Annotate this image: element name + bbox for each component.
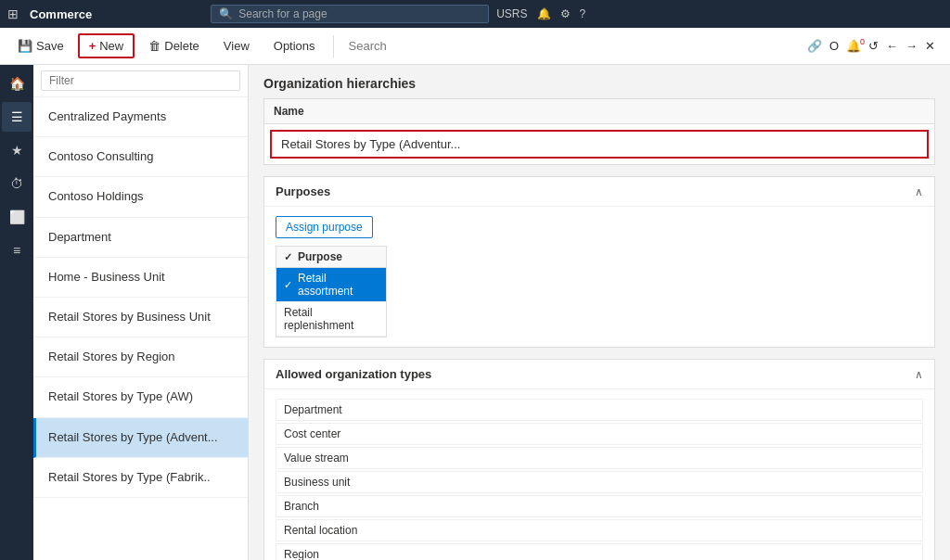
sidebar-item[interactable]: Home - Business Unit: [33, 258, 248, 298]
org-type-item[interactable]: Cost center: [276, 423, 923, 445]
title-bar: ⊞ Commerce 🔍 Search for a page USRS 🔔 ⚙ …: [0, 0, 950, 28]
purposes-panel: Purposes ∧ Assign purpose ✓ Purpose ✓ Re…: [263, 176, 935, 348]
search-placeholder: Search for a page: [238, 7, 327, 20]
toolbar: 💾 Save + New 🗑 Delete View Options 🔗 O 🔔…: [0, 28, 950, 65]
org-hierarchies-title: Organization hierarchies: [263, 76, 935, 91]
purposes-chevron[interactable]: ∧: [915, 185, 923, 198]
sidebar-item[interactable]: Centralized Payments: [33, 97, 248, 137]
purposes-header: Purposes ∧: [264, 177, 934, 207]
sidebar-filter-area: [33, 65, 248, 97]
title-search-box[interactable]: 🔍 Search for a page: [211, 5, 489, 23]
name-column-header: Name: [264, 99, 934, 124]
delete-button[interactable]: 🗑 Delete: [138, 34, 210, 57]
toolbar-separator: [333, 35, 334, 57]
assign-purpose-button[interactable]: Assign purpose: [276, 216, 373, 238]
save-button[interactable]: 💾 Save: [7, 34, 74, 57]
selected-record-text: Retail Stores by Type (Adventur...: [281, 137, 460, 151]
new-button[interactable]: + New: [78, 33, 135, 58]
content-area: Organization hierarchies Name Retail Sto…: [249, 65, 950, 560]
org-type-item[interactable]: Rental location: [276, 519, 923, 541]
org-type-item[interactable]: Business unit: [276, 471, 923, 493]
check-icon: ✓: [284, 251, 292, 263]
save-icon: 💾: [18, 39, 32, 53]
sidebar-item[interactable]: Retail Stores by Type (Advent...: [33, 418, 248, 458]
org-type-item[interactable]: Region: [276, 543, 923, 560]
plus-icon: +: [89, 39, 96, 53]
sidebar-item[interactable]: Retail Stores by Type (Fabrik..: [33, 458, 248, 498]
icon-bar: 🏠 ☰ ★ ⏱ ⬜ ≡: [0, 65, 33, 560]
options-button[interactable]: Options: [263, 34, 326, 57]
sidebar-item[interactable]: Retail Stores by Business Unit: [33, 298, 248, 337]
star-icon-btn[interactable]: ★: [2, 135, 32, 165]
allowed-types-chevron[interactable]: ∧: [915, 368, 923, 381]
purpose-row-retail-replenishment[interactable]: Retail replenishment: [276, 302, 386, 337]
allowed-types-header: Allowed organization types ∧: [264, 360, 934, 389]
selected-record-row[interactable]: Retail Stores by Type (Adventur...: [270, 130, 929, 159]
purpose-table: ✓ Purpose ✓ Retail assortment Retail rep…: [276, 246, 387, 337]
back-icon[interactable]: ←: [886, 39, 898, 53]
sidebar-item[interactable]: Retail Stores by Type (AW): [33, 377, 248, 417]
menu-icon-btn[interactable]: ≡: [2, 235, 32, 265]
gear-icon[interactable]: ⚙: [560, 7, 571, 20]
allowed-types-panel: Allowed organization types ∧ DepartmentC…: [263, 359, 935, 560]
office-icon[interactable]: O: [829, 39, 839, 53]
help-icon[interactable]: ?: [580, 7, 586, 20]
notification-icon[interactable]: 🔔0: [846, 39, 861, 53]
search-icon: 🔍: [219, 7, 233, 20]
view-button[interactable]: View: [213, 34, 260, 57]
purposes-content: Assign purpose ✓ Purpose ✓ Retail assort…: [264, 207, 934, 347]
sidebar-item[interactable]: Contoso Holdings: [33, 177, 248, 217]
square-icon-btn[interactable]: ⬜: [2, 202, 32, 232]
allowed-types-title: Allowed organization types: [276, 367, 431, 381]
chain-icon[interactable]: 🔗: [807, 39, 822, 53]
user-label: USRS: [496, 7, 527, 20]
sidebar-item[interactable]: Contoso Consulting: [33, 137, 248, 177]
list-icon-btn[interactable]: ☰: [2, 102, 32, 132]
toolbar-search-input[interactable]: [349, 39, 505, 53]
forward-icon[interactable]: →: [905, 39, 918, 53]
purpose-row-retail-assortment[interactable]: ✓ Retail assortment: [276, 268, 386, 302]
home-icon-btn[interactable]: 🏠: [2, 69, 32, 98]
org-type-item[interactable]: Department: [276, 399, 923, 421]
sidebar-list: Centralized PaymentsContoso ConsultingCo…: [33, 97, 248, 560]
org-type-item[interactable]: Value stream: [276, 447, 923, 469]
clock-icon-btn[interactable]: ⏱: [2, 169, 32, 198]
org-hierarchies-panel: Name Retail Stores by Type (Adventur...: [263, 98, 935, 165]
sidebar-item[interactable]: Retail Stores by Region: [33, 337, 248, 377]
filter-input[interactable]: [41, 70, 240, 91]
purpose-column-header: ✓ Purpose: [276, 247, 386, 268]
purposes-title: Purposes: [276, 185, 330, 198]
delete-icon: 🗑: [148, 39, 160, 53]
check-icon-assortment: ✓: [284, 279, 292, 291]
org-type-item[interactable]: Branch: [276, 495, 923, 517]
org-types-list: DepartmentCost centerValue streamBusines…: [264, 389, 934, 560]
refresh-icon[interactable]: ↺: [868, 39, 879, 53]
close-icon[interactable]: ✕: [925, 39, 935, 53]
app-title: Commerce: [30, 7, 92, 21]
bell-icon[interactable]: 🔔: [537, 7, 551, 20]
title-right: USRS 🔔 ⚙ ?: [496, 7, 585, 20]
app-icon: ⊞: [7, 6, 22, 21]
sidebar-item[interactable]: Department: [33, 218, 248, 258]
sidebar: Centralized PaymentsContoso ConsultingCo…: [33, 65, 249, 560]
main-layout: 🏠 ☰ ★ ⏱ ⬜ ≡ Centralized PaymentsContoso …: [0, 65, 950, 560]
toolbar-right-icons: 🔗 O 🔔0 ↺ ← → ✕: [800, 39, 943, 53]
